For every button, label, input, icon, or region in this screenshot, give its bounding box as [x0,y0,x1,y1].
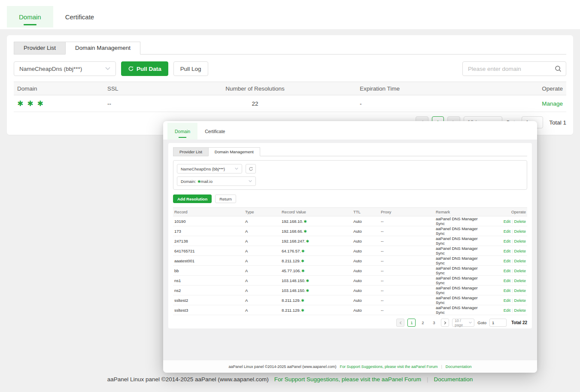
modal-tab-domain-management[interactable]: Domain Management [208,147,260,156]
edit-link[interactable]: Edit [504,229,510,234]
edit-link[interactable]: Edit [504,258,510,263]
refresh-button[interactable] [246,164,256,173]
delete-link[interactable]: Delete [514,219,526,224]
masked-octet: ✱ [306,279,309,283]
edit-link[interactable]: Edit [504,268,510,273]
operate-cell: Edit|Delete [485,308,527,313]
record-cell: 247138 [173,239,244,243]
operate-divider: | [512,258,513,263]
pull-data-button[interactable]: Pull Data [121,61,168,76]
search-icon[interactable] [555,65,562,72]
forum-link[interactable]: For Support Suggestions, please visit th… [340,365,437,369]
forum-link[interactable]: For Support Suggestions, please visit th… [274,376,421,383]
col-record-value: Record Value [280,210,352,214]
delete-link[interactable]: Delete [514,288,526,293]
delete-link[interactable]: Delete [514,239,526,243]
tab-domain[interactable]: Domain [7,6,53,27]
modal-domain-select[interactable]: Domain: ✱mail.io [177,176,256,186]
documentation-link[interactable]: Documentation [446,365,472,369]
record-cell: ns2 [173,288,244,293]
record-value: 192.168.247. [282,239,305,243]
per-page-select[interactable]: 10 / page [452,319,474,327]
type-cell: A [244,249,280,253]
operate-cell: Edit|Delete [485,268,527,273]
masked-octet: ✱ [304,219,307,224]
operate-divider: | [512,239,513,243]
edit-link[interactable]: Edit [504,249,510,253]
delete-link[interactable]: Delete [514,298,526,303]
operate-cell: Edit|Delete [485,288,527,293]
record-value: 8.211.129. [282,298,301,303]
operate-cell: Edit|Delete [485,258,527,263]
delete-link[interactable]: Delete [514,268,526,273]
tab-domain-management[interactable]: Domain Management [65,42,140,55]
modal-provider-select[interactable]: NameCheapDns (bbj***) [177,164,242,173]
ssl-cell: -- [107,100,150,107]
col-resolutions: Number of Resolutions [150,85,360,92]
record-cell: bb [173,268,244,273]
return-button[interactable]: Return [215,194,236,203]
edit-link[interactable]: Edit [504,288,510,293]
copyright-text: aaPanel Linux panel ©2014-2025 aaPanel (… [229,365,337,369]
operate-divider: | [512,278,513,283]
modal-tab-provider-list[interactable]: Provider List [173,147,208,156]
domain-table-row: ✱✱✱ -- 22 - Manage [14,95,566,112]
col-record: Record [173,210,244,214]
record-value: 64.176.57. [282,249,301,253]
delete-link[interactable]: Delete [514,249,526,253]
add-resolution-button[interactable]: Add Resolution [173,194,212,203]
edit-link[interactable]: Edit [504,298,510,303]
edit-link[interactable]: Edit [504,239,510,243]
masked-octet: ✱ [306,239,309,243]
page-number-1[interactable]: 1 [407,319,416,327]
table-row: ns2 A 103.148.150.✱ Auto -- aaPanel DNS … [173,286,527,295]
type-cell: A [244,268,280,273]
edit-link[interactable]: Edit [504,278,510,283]
delete-link[interactable]: Delete [514,308,526,313]
refresh-icon [128,66,134,72]
col-expiration: Expiration Time [360,85,481,92]
next-page-button[interactable] [441,319,449,327]
page-number-2[interactable]: 2 [419,319,427,327]
operate-divider: | [512,308,513,313]
delete-link[interactable]: Delete [514,229,526,234]
goto-page-input[interactable] [489,319,507,327]
record-value: 192.168.66. [282,229,303,234]
ttl-cell: Auto [352,298,380,303]
expiration-cell: - [360,100,481,107]
table-row: aaatest001 A 8.211.129.✱ Auto -- aaPanel… [173,256,527,266]
type-cell: A [244,258,280,263]
modal-tab-certificate[interactable]: Certificate [197,123,232,140]
record-value-cell: 192.168.247.✱ [280,239,352,243]
prev-page-button[interactable] [396,319,404,327]
goto-label: Goto [477,320,486,325]
provider-select[interactable]: NameCheapDns (bbj***) [14,61,116,76]
col-proxy: Proxy [380,210,434,214]
remark-cell: aaPanel DNS Manager Sync [434,286,485,295]
delete-link[interactable]: Delete [514,258,526,263]
documentation-link[interactable]: Documentation [434,376,473,383]
tab-domain-label: Domain [19,13,41,21]
page-number-3[interactable]: 3 [430,319,438,327]
edit-link[interactable]: Edit [504,219,510,224]
record-value: 103.148.150. [282,288,305,293]
chevron-down-icon [235,167,238,170]
modal-tab-domain[interactable]: Domain [167,123,197,140]
manage-link[interactable]: Manage [542,100,563,107]
masked-octet: ✱ [301,308,304,313]
domain-value: mail.io [201,179,213,184]
search-input[interactable] [468,66,555,72]
panel-tabs: Provider List Domain Management [14,42,566,55]
pull-log-button[interactable]: Pull Log [173,61,208,76]
domain-mask: ✱ [197,179,201,184]
operate-cell: Edit|Delete [485,298,527,303]
delete-link[interactable]: Delete [514,278,526,283]
total-count: Total 22 [511,320,527,325]
tab-certificate[interactable]: Certificate [53,6,106,27]
col-operate: Operate [481,85,566,92]
edit-link[interactable]: Edit [504,308,510,313]
proxy-cell: -- [380,239,434,243]
tab-provider-list[interactable]: Provider List [14,42,65,55]
operate-divider: | [512,268,513,273]
record-value-cell: 103.148.150.✱ [280,278,352,283]
